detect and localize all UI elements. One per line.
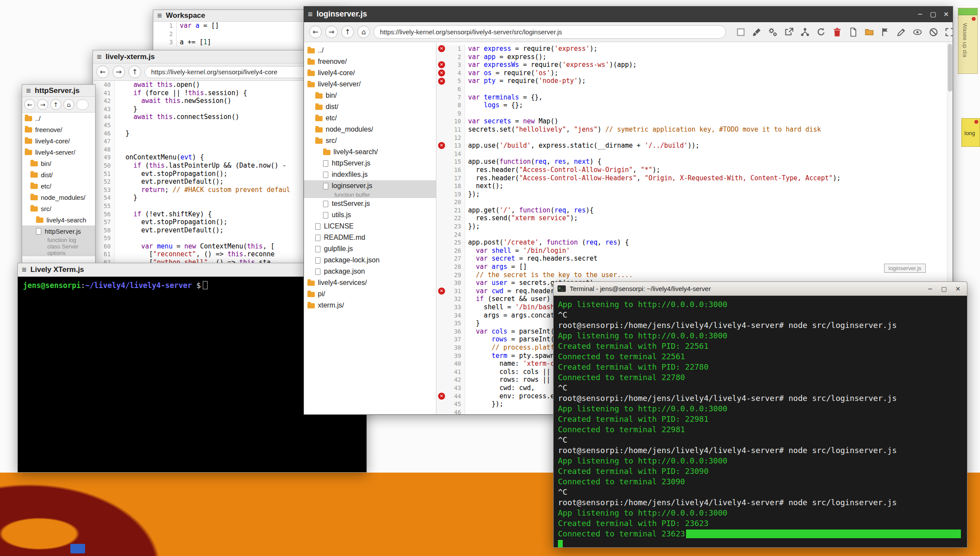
url-input[interactable] bbox=[373, 25, 726, 39]
menu-icon[interactable]: ≡ bbox=[26, 86, 31, 96]
forward-button[interactable]: → bbox=[325, 26, 338, 38]
up-button[interactable]: ↑ bbox=[341, 26, 354, 38]
open-external-icon[interactable] bbox=[784, 27, 794, 37]
tree-sub-label[interactable]: function log bbox=[22, 237, 95, 243]
tree-item-freenove[interactable]: freenove/ bbox=[22, 124, 95, 135]
tree-item-src[interactable]: src/ bbox=[304, 135, 436, 146]
url-input[interactable] bbox=[76, 99, 89, 110]
up-button[interactable]: ↑ bbox=[129, 66, 141, 78]
error-marker-icon[interactable]: ✕ bbox=[438, 70, 445, 76]
maximize-button[interactable]: ▢ bbox=[939, 285, 949, 292]
menu-icon[interactable]: ≡ bbox=[22, 265, 26, 275]
eye-icon[interactable] bbox=[912, 27, 923, 37]
tree-item-lively4-core[interactable]: lively4-core/ bbox=[22, 135, 95, 146]
tree-item-indexfiles-js[interactable]: indexfiles.js bbox=[304, 169, 436, 180]
refresh-icon[interactable] bbox=[816, 27, 826, 37]
error-marker-icon[interactable]: ✕ bbox=[438, 288, 445, 295]
url-input[interactable] bbox=[145, 66, 314, 78]
tree-item-node-modules[interactable]: node_modules/ bbox=[22, 192, 95, 203]
menu-icon[interactable]: ≡ bbox=[308, 10, 313, 19]
tree-item-freenove[interactable]: freenove/ bbox=[304, 56, 436, 67]
tree-item-node-modules[interactable]: node_modules/ bbox=[304, 124, 436, 135]
desktop-note[interactable]: Wasee up dia bbox=[958, 8, 978, 74]
menu-icon[interactable]: ≡ bbox=[157, 11, 162, 20]
forward-button[interactable]: → bbox=[37, 99, 48, 110]
tree-item-license[interactable]: LICENSE bbox=[304, 221, 436, 232]
file-icon bbox=[315, 223, 320, 230]
checkbox-icon[interactable] bbox=[736, 27, 746, 37]
fullscreen-icon[interactable] bbox=[944, 27, 953, 37]
loginserver-titlebar[interactable]: ≡ loginserver.js ─▢✕ bbox=[304, 7, 953, 22]
tree-sub-label[interactable]: options bbox=[22, 250, 95, 256]
code-editor[interactable]: ✕40 await this.open()✕41 if (force || !t… bbox=[93, 81, 318, 267]
tree-item-lively4-search[interactable]: lively4-search/ bbox=[304, 146, 436, 158]
tree-item-lively4-server[interactable]: lively4-server/ bbox=[304, 79, 436, 90]
tree-item-dist[interactable]: dist/ bbox=[304, 101, 436, 113]
tree-item-package-lock-json[interactable]: package-lock.json bbox=[304, 255, 436, 266]
file-icon[interactable] bbox=[848, 27, 858, 37]
tree-item-utils-js[interactable]: utils.js bbox=[304, 209, 436, 221]
desktop-note[interactable]: long bbox=[961, 118, 980, 147]
tree-item-package-json[interactable]: package.json bbox=[304, 266, 436, 277]
home-button[interactable]: ⌂ bbox=[63, 99, 74, 110]
scrollbar-thumb[interactable] bbox=[948, 44, 952, 92]
tree-item-gulpfile-js[interactable]: gulpfile.js bbox=[304, 243, 436, 255]
back-button[interactable]: ← bbox=[24, 99, 35, 110]
taskbar-icon[interactable] bbox=[70, 544, 85, 553]
tree-item-dist[interactable]: dist/ bbox=[22, 169, 95, 180]
folder-icon bbox=[307, 303, 315, 308]
tree-item-xterm-js[interactable]: xterm.js/ bbox=[304, 300, 436, 311]
dependency-graph-icon[interactable] bbox=[800, 27, 810, 37]
code-text: var secrets = new Map() bbox=[465, 117, 558, 126]
editor-titlebar[interactable]: ≡ lively-xterm.js bbox=[93, 50, 318, 63]
tree-item-etc[interactable]: etc/ bbox=[22, 180, 95, 192]
minimize-button[interactable]: ─ bbox=[914, 10, 927, 18]
tree-item-readme-md[interactable]: README.md bbox=[304, 232, 436, 243]
gears-icon[interactable] bbox=[768, 27, 778, 37]
tree-item-label: node_modules/ bbox=[326, 126, 373, 133]
error-marker-icon[interactable]: ✕ bbox=[438, 142, 445, 149]
tree-item-lively4-server[interactable]: lively4-server/ bbox=[22, 146, 95, 158]
folder-icon[interactable] bbox=[864, 27, 874, 37]
tree-item-lively4-search[interactable]: lively4-search bbox=[22, 214, 95, 225]
code-segment: function bbox=[519, 206, 550, 214]
code-text: secrets.set("hellolively", "jens") // sy… bbox=[465, 126, 821, 134]
maximize-button[interactable]: ▢ bbox=[927, 10, 940, 18]
trash-icon[interactable] bbox=[832, 27, 842, 37]
close-button[interactable]: ✕ bbox=[953, 285, 963, 292]
up-button[interactable]: ↑ bbox=[50, 99, 61, 110]
tree-item-[interactable]: ../ bbox=[22, 113, 95, 124]
menu-icon[interactable]: ≡ bbox=[97, 52, 102, 62]
tree-item-httpserver-js[interactable]: httpServer.js bbox=[22, 225, 95, 237]
tree-sub-label[interactable]: function buffer bbox=[304, 192, 436, 198]
tree-item-bin[interactable]: bin/ bbox=[22, 158, 95, 169]
tree-item-lively4-services[interactable]: lively4-services/ bbox=[304, 277, 436, 288]
tree-item-loginserver-js[interactable]: loginserver.js bbox=[304, 180, 436, 192]
httpserver-titlebar[interactable]: ≡ httpServer.js bbox=[22, 85, 95, 97]
tree-item-testserver-js[interactable]: testServer.js bbox=[304, 198, 436, 209]
tree-sub-label[interactable]: class Server bbox=[22, 243, 95, 250]
error-marker-icon[interactable]: ✕ bbox=[438, 78, 445, 85]
tree-item-etc[interactable]: etc/ bbox=[304, 113, 436, 124]
terminal-titlebar[interactable]: Terminal - jens@sensorpi: ~/lively4/live… bbox=[554, 282, 967, 296]
brush-icon[interactable] bbox=[752, 27, 762, 37]
tree-item-lively4-core[interactable]: lively4-core/ bbox=[304, 67, 436, 79]
terminal-output[interactable]: App listening to http://0.0.0.0:3000^Cro… bbox=[554, 296, 967, 547]
forward-button[interactable]: → bbox=[112, 66, 125, 78]
tree-item-[interactable]: ../ bbox=[304, 45, 436, 56]
tree-item-httpserver-js[interactable]: httpServer.js bbox=[304, 158, 436, 169]
back-button[interactable]: ← bbox=[96, 66, 109, 78]
tree-item-src[interactable]: src/ bbox=[22, 203, 95, 214]
minimize-button[interactable]: ─ bbox=[925, 285, 935, 292]
back-button[interactable]: ← bbox=[309, 26, 322, 38]
tree-item-pi[interactable]: pi/ bbox=[304, 288, 436, 300]
edit-icon[interactable] bbox=[896, 27, 907, 37]
close-button[interactable]: ✕ bbox=[940, 10, 953, 18]
error-marker-icon[interactable]: ✕ bbox=[438, 393, 445, 400]
flag-icon[interactable] bbox=[880, 27, 891, 37]
home-button[interactable]: ⌂ bbox=[357, 26, 370, 38]
forbid-icon[interactable] bbox=[928, 27, 939, 37]
tree-item-bin[interactable]: bin/ bbox=[304, 90, 436, 101]
error-marker-icon[interactable]: ✕ bbox=[438, 61, 445, 68]
error-marker-icon[interactable]: ✕ bbox=[438, 45, 445, 52]
